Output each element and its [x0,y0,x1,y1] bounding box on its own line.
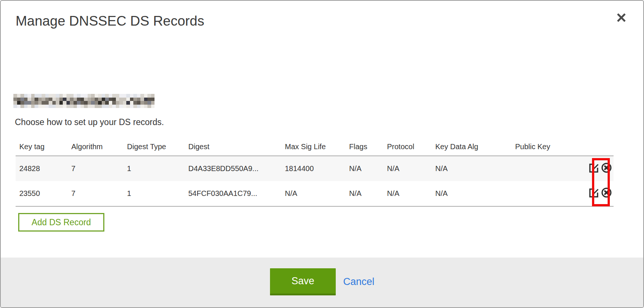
cell-algorithm: 7 [68,156,123,181]
row-actions [582,156,614,181]
row-actions [582,181,614,206]
col-header-digest-type: Digest Type [123,140,185,156]
cell-flags: N/A [345,181,383,206]
col-header-flags: Flags [345,140,383,156]
dialog-footer: Save Cancel [1,258,643,307]
cancel-link[interactable]: Cancel [343,276,374,288]
table-header-row: Key tag Algorithm Digest Type Digest Max… [16,140,614,156]
cell-algorithm: 7 [68,181,123,206]
cell-digest-type: 1 [123,181,185,206]
ds-records-table: Key tag Algorithm Digest Type Digest Max… [16,140,614,207]
col-header-max-sig-life: Max Sig Life [281,140,345,156]
cell-protocol: N/A [383,181,432,206]
col-header-key-data-alg: Key Data Alg [432,140,511,156]
redacted-domain-name [13,94,155,108]
add-ds-record-button[interactable]: Add DS Record [18,213,104,232]
delete-record-icon[interactable] [601,187,612,198]
cell-key-data-alg: N/A [432,181,511,206]
col-header-digest: Digest [185,140,281,156]
edit-record-icon[interactable] [588,187,599,198]
cell-digest-type: 1 [123,156,185,181]
cell-public-key [511,156,582,181]
col-header-key-tag: Key tag [16,140,68,156]
col-header-actions [582,140,614,156]
table-row: 23550 7 1 54FCF030AA1C79... N/A N/A N/A … [16,181,614,206]
cell-digest: 54FCF030AA1C79... [185,181,281,206]
cell-public-key [511,181,582,206]
col-header-public-key: Public Key [511,140,582,156]
cell-flags: N/A [345,156,383,181]
edit-record-icon[interactable] [588,162,599,173]
cell-max-sig-life: N/A [281,181,345,206]
close-icon[interactable] [616,12,627,23]
col-header-protocol: Protocol [383,140,432,156]
dnssec-dialog: Manage DNSSEC DS Records Choose how to s… [0,0,644,308]
delete-record-icon[interactable] [601,162,612,173]
cell-protocol: N/A [383,156,432,181]
cell-key-tag: 24828 [16,156,68,181]
cell-key-tag: 23550 [16,181,68,206]
page-title: Manage DNSSEC DS Records [16,13,204,29]
cell-max-sig-life: 1814400 [281,156,345,181]
save-button[interactable]: Save [270,268,336,295]
table-row: 24828 7 1 D4A33E8DD550A9... 1814400 N/A … [16,156,614,181]
col-header-algorithm: Algorithm [68,140,123,156]
cell-digest: D4A33E8DD550A9... [185,156,281,181]
instruction-text: Choose how to set up your DS records. [15,117,164,127]
cell-key-data-alg: N/A [432,156,511,181]
